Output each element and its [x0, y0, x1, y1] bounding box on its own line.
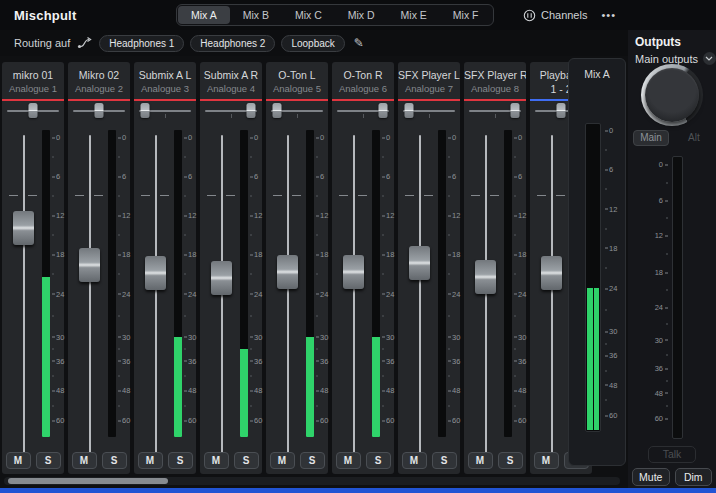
scale-tick: 36	[118, 357, 130, 364]
channel-strip-sfx-player-l[interactable]: SFX Player L Analogue 7 0612182430364860…	[398, 62, 460, 474]
tab-mix-b[interactable]: Mix B	[230, 6, 282, 24]
pan-center-tick	[363, 114, 364, 118]
solo-button[interactable]: S	[432, 452, 457, 469]
channel-strip-mikro-02[interactable]: Mikro 02 Analogue 2 0612182430364860 M S	[68, 62, 130, 474]
pan-handle[interactable]	[405, 103, 414, 118]
fader-handle[interactable]	[541, 256, 562, 290]
scale-minor-tick	[448, 231, 460, 238]
channel-strip-sfx-player-r[interactable]: SFX Player R Analogue 8 0612182430364860…	[464, 62, 526, 474]
pan-handle[interactable]	[378, 103, 387, 118]
scale-tick: 0	[184, 134, 196, 141]
horizontal-scrollbar-thumb[interactable]	[8, 478, 168, 484]
scale-tick: 18	[650, 269, 668, 276]
pan-handle[interactable]	[29, 103, 38, 118]
mute-button[interactable]: M	[138, 452, 163, 469]
channel-strip-submix-a-r[interactable]: Submix A R Analogue 4 0612182430364860 M…	[200, 62, 262, 474]
solo-button[interactable]: S	[36, 452, 61, 469]
output-selector[interactable]: Main outputs	[635, 52, 716, 65]
main-output-button[interactable]: Main	[633, 130, 669, 146]
pan-handle[interactable]	[557, 103, 566, 118]
solo-button[interactable]: S	[168, 452, 193, 469]
mute-button[interactable]: Mute	[632, 468, 670, 486]
mixbus-meter-right	[594, 288, 600, 430]
pan-slider[interactable]	[139, 103, 191, 119]
tab-mix-a[interactable]: Mix A	[178, 6, 230, 24]
tab-mix-d[interactable]: Mix D	[335, 6, 388, 24]
pan-handle[interactable]	[510, 103, 519, 118]
scale-tick: 6	[118, 173, 130, 180]
mute-button[interactable]: M	[204, 452, 229, 469]
pan-slider[interactable]	[271, 103, 323, 119]
routing-target-loopback[interactable]: Loopback	[281, 35, 344, 52]
channel-strip-mikro-01[interactable]: mikro 01 Analogue 1 0612182430364860 M S	[2, 62, 64, 474]
scale-tick: 18	[118, 251, 130, 258]
scale-tick: 0	[118, 134, 130, 141]
channel-strip-o-ton-l[interactable]: O-Ton L Analogue 5 0612182430364860 M S	[266, 62, 328, 474]
mute-button[interactable]: M	[336, 452, 361, 469]
fader-handle[interactable]	[409, 246, 430, 280]
scale-tick: 12	[382, 212, 394, 219]
pan-handle[interactable]	[273, 103, 282, 118]
fader-handle[interactable]	[79, 248, 100, 282]
scale-tick: 24	[514, 290, 526, 297]
routing-targets: Headphones 1Headphones 2Loopback	[99, 35, 345, 52]
pan-slider[interactable]	[337, 103, 389, 119]
mixbus-meter-scale: 0612182430364860	[605, 123, 619, 432]
tab-mix-c[interactable]: Mix C	[282, 6, 335, 24]
tab-mix-f[interactable]: Mix F	[440, 6, 492, 24]
solo-button[interactable]: S	[102, 452, 127, 469]
talk-button[interactable]: Talk	[648, 446, 696, 463]
pan-slider[interactable]	[205, 103, 257, 119]
more-menu-button[interactable]: •••	[601, 9, 616, 21]
pan-handle[interactable]	[95, 103, 104, 118]
routing-icon	[77, 36, 92, 50]
tab-mix-e[interactable]: Mix E	[388, 6, 440, 24]
scale-minor-tick	[316, 270, 328, 277]
scale-tick: 60	[605, 412, 619, 419]
horizontal-scrollbar[interactable]	[4, 477, 620, 485]
mute-solo-row: M S	[398, 452, 460, 469]
solo-button[interactable]: S	[366, 452, 391, 469]
mute-button[interactable]: M	[72, 452, 97, 469]
fader-handle[interactable]	[211, 261, 232, 295]
scale-tick: 24	[650, 303, 668, 310]
alt-output-button[interactable]: Alt	[677, 130, 711, 146]
scale-tick: 30	[605, 328, 619, 335]
fader-handle[interactable]	[13, 211, 34, 245]
fader-handle[interactable]	[145, 256, 166, 290]
fader-handle[interactable]	[475, 260, 496, 294]
channel-subtitle: Analogue 7	[398, 83, 460, 94]
scale-tick: 36	[650, 365, 668, 372]
pan-slider[interactable]	[7, 103, 59, 119]
scale-minor-tick	[448, 270, 460, 277]
scale-tick: 24	[448, 290, 460, 297]
routing-target-headphones-1[interactable]: Headphones 1	[99, 35, 184, 52]
scale-minor-tick	[448, 402, 460, 409]
pan-handle[interactable]	[141, 103, 150, 118]
mute-button[interactable]: M	[270, 452, 295, 469]
channels-button[interactable]: Channels	[523, 9, 587, 22]
fader-handle[interactable]	[343, 255, 364, 289]
solo-button[interactable]: S	[498, 452, 523, 469]
mixbus-strip[interactable]: Mix A 0612182430364860	[568, 58, 626, 466]
output-selector-value: Main outputs	[635, 53, 698, 65]
pan-slider[interactable]	[469, 103, 521, 119]
pan-slider[interactable]	[73, 103, 125, 119]
solo-button[interactable]: S	[300, 452, 325, 469]
mute-button[interactable]: M	[402, 452, 427, 469]
outputs-heading: Outputs	[635, 35, 681, 49]
pan-handle[interactable]	[246, 103, 255, 118]
channel-strip-o-ton-r[interactable]: O-Ton R Analogue 6 0612182430364860 M S	[332, 62, 394, 474]
fader-track	[155, 135, 157, 467]
output-volume-knob[interactable]	[641, 64, 703, 126]
edit-routing-icon[interactable]: ✎	[354, 36, 364, 50]
mute-button[interactable]: M	[468, 452, 493, 469]
channel-strip-submix-a-l[interactable]: Submix A L Analogue 3 0612182430364860 M…	[134, 62, 196, 474]
mute-button[interactable]: M	[534, 452, 559, 469]
fader-handle[interactable]	[277, 255, 298, 289]
pan-slider[interactable]	[403, 103, 455, 119]
solo-button[interactable]: S	[234, 452, 259, 469]
mute-button[interactable]: M	[6, 452, 31, 469]
routing-target-headphones-2[interactable]: Headphones 2	[190, 35, 275, 52]
dim-button[interactable]: Dim	[675, 468, 713, 486]
